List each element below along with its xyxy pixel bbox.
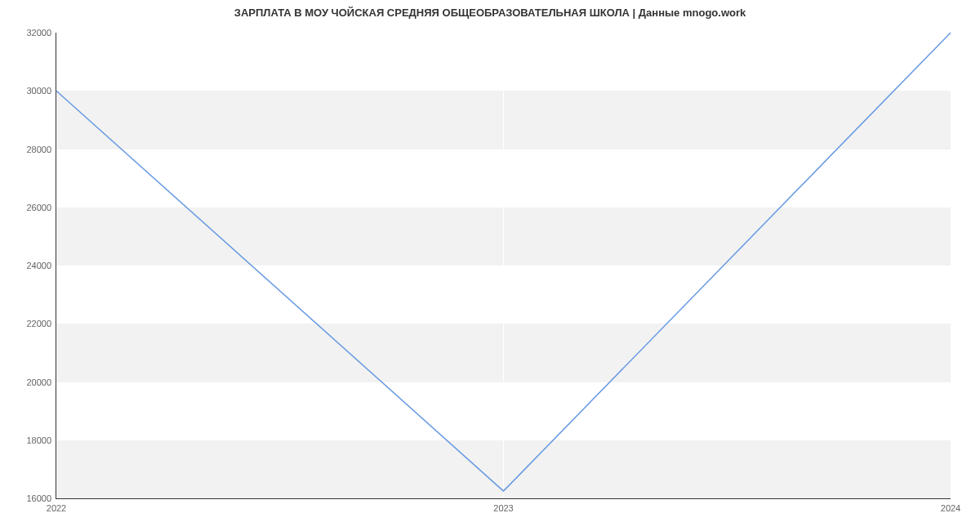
x-tick-label: 2022 xyxy=(47,498,66,513)
y-tick-label: 30000 xyxy=(26,86,56,96)
x-tick-label: 2024 xyxy=(941,498,960,513)
y-tick-label: 20000 xyxy=(26,377,56,387)
chart-container: ЗАРПЛАТА В МОУ ЧОЙСКАЯ СРЕДНЯЯ ОБЩЕОБРАЗ… xyxy=(0,0,980,531)
series-line xyxy=(56,33,951,491)
line-layer xyxy=(56,33,951,498)
y-tick-label: 22000 xyxy=(26,319,56,328)
y-tick-label: 28000 xyxy=(26,145,56,154)
x-tick-label: 2023 xyxy=(493,498,513,513)
plot-area: 1600018000200002200024000260002800030000… xyxy=(56,33,951,499)
y-tick-label: 26000 xyxy=(26,203,56,212)
chart-title: ЗАРПЛАТА В МОУ ЧОЙСКАЯ СРЕДНЯЯ ОБЩЕОБРАЗ… xyxy=(0,7,980,19)
y-tick-label: 32000 xyxy=(26,28,56,38)
y-tick-label: 18000 xyxy=(26,435,56,445)
y-tick-label: 24000 xyxy=(26,261,56,270)
